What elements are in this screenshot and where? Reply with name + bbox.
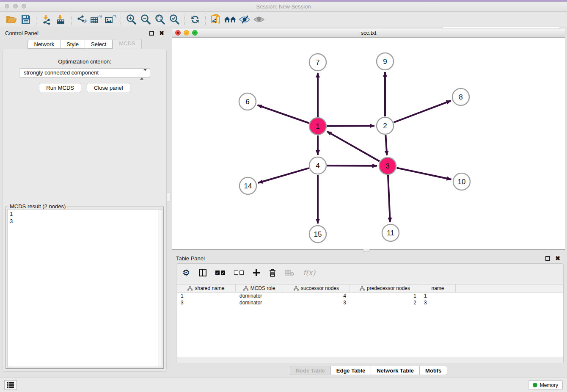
close-panel-icon[interactable]: ✖ bbox=[159, 30, 164, 36]
cell-MCDS-role[interactable]: dominator bbox=[236, 299, 283, 306]
table-row[interactable]: 3dominator323 bbox=[177, 299, 563, 306]
edge-1-6[interactable] bbox=[258, 105, 309, 123]
memory-button[interactable]: Memory bbox=[528, 380, 563, 390]
float-panel-icon[interactable] bbox=[149, 31, 154, 36]
tab-motifs[interactable]: Motifs bbox=[420, 366, 447, 375]
cell-name[interactable]: 3 bbox=[420, 299, 456, 306]
node-label-11: 11 bbox=[387, 229, 394, 237]
cell-successor-nodes[interactable]: 4 bbox=[283, 293, 350, 299]
refresh-icon[interactable] bbox=[188, 13, 202, 26]
open-file-icon[interactable] bbox=[4, 13, 19, 26]
network-minimize-button[interactable]: − bbox=[184, 30, 189, 36]
zoom-in-icon[interactable] bbox=[124, 13, 138, 26]
edge-2-8[interactable] bbox=[394, 101, 451, 122]
save-session-icon[interactable] bbox=[19, 13, 33, 26]
column-label: successor nodes bbox=[301, 285, 339, 291]
edge-4-3[interactable] bbox=[327, 166, 377, 166]
tab-style[interactable]: Style bbox=[61, 40, 85, 49]
edge-3-10[interactable] bbox=[397, 168, 451, 179]
hierarchy-sort-icon[interactable] bbox=[360, 286, 365, 291]
export-network-icon[interactable] bbox=[74, 13, 89, 26]
column-header-MCDS-role[interactable]: MCDS role bbox=[236, 284, 283, 292]
first-neighbors-icon[interactable] bbox=[223, 13, 237, 26]
close-panel-button[interactable]: Close panel bbox=[87, 83, 130, 92]
result-scrollbar[interactable] bbox=[158, 210, 162, 367]
edge-3-1[interactable] bbox=[327, 131, 380, 161]
edge-2-3[interactable] bbox=[385, 135, 387, 155]
control-panel-tabs: NetworkStyleSelectMCDS bbox=[0, 39, 169, 49]
toolbar-separator bbox=[205, 14, 206, 25]
network-close-button[interactable]: ✕ bbox=[175, 30, 181, 36]
cell-MCDS-role[interactable]: dominator bbox=[236, 293, 283, 299]
node-table-container: ⚙ ✓✓ f(x) shared nameMCDS rolesuccessor … bbox=[176, 263, 564, 363]
hierarchy-sort-icon[interactable] bbox=[187, 286, 193, 291]
import-network-icon[interactable] bbox=[39, 13, 54, 26]
export-table-icon[interactable] bbox=[89, 13, 103, 26]
tab-network[interactable]: Network bbox=[28, 40, 61, 49]
control-panel-title: Control Panel bbox=[5, 30, 39, 36]
hierarchy-sort-icon[interactable] bbox=[243, 286, 248, 291]
run-mcds-button[interactable]: Run MCDS bbox=[39, 83, 81, 92]
column-header-filler bbox=[456, 284, 563, 292]
tab-network-table[interactable]: Network Table bbox=[371, 366, 420, 375]
duplicate-network-icon[interactable] bbox=[209, 13, 223, 26]
add-column-icon[interactable] bbox=[253, 269, 260, 276]
network-window-titlebar[interactable]: ✕ − + scc.txt bbox=[172, 28, 565, 38]
edge-4-14[interactable] bbox=[258, 168, 309, 183]
function-builder-icon[interactable]: f(x) bbox=[303, 268, 315, 277]
cell-shared-name[interactable]: 3 bbox=[177, 299, 236, 306]
vertical-splitter-handle[interactable] bbox=[167, 193, 171, 202]
table-row[interactable]: 1dominator411 bbox=[177, 293, 563, 299]
unselect-all-columns-icon[interactable] bbox=[234, 271, 244, 275]
hide-selected-icon[interactable] bbox=[237, 13, 252, 26]
zoom-out-icon[interactable] bbox=[138, 13, 153, 26]
network-graph[interactable]: 7968124314101511 bbox=[172, 38, 565, 249]
table-options-gear-icon[interactable]: ⚙ bbox=[182, 268, 190, 278]
tab-edge-table[interactable]: Edge Table bbox=[331, 366, 371, 375]
mcds-result-text[interactable]: 1 3 bbox=[7, 209, 162, 367]
column-header-name[interactable]: name bbox=[420, 284, 456, 292]
task-list-icon bbox=[7, 382, 14, 388]
cell-shared-name[interactable]: 1 bbox=[177, 293, 236, 299]
control-panel: Control Panel ✖ NetworkStyleSelectMCDS O… bbox=[0, 27, 169, 378]
control-panel-header: Control Panel ✖ bbox=[0, 27, 169, 39]
edge-3-11[interactable] bbox=[388, 175, 390, 222]
tab-mcds[interactable]: MCDS bbox=[113, 39, 141, 49]
float-table-panel-icon[interactable] bbox=[545, 256, 550, 261]
tab-select[interactable]: Select bbox=[85, 40, 113, 49]
select-all-columns-icon[interactable]: ✓✓ bbox=[215, 271, 225, 275]
export-image-icon[interactable] bbox=[103, 13, 118, 26]
zoom-selected-icon[interactable] bbox=[167, 13, 182, 26]
mcds-result-group: MCDS result (2 nodes) 1 3 bbox=[6, 207, 164, 369]
import-table-icon[interactable] bbox=[54, 13, 68, 26]
cell-predecessor-nodes[interactable]: 1 bbox=[350, 293, 420, 299]
edge-1-2[interactable] bbox=[327, 126, 374, 126]
optimization-criterion-select[interactable]: strongly connected component bbox=[19, 68, 150, 77]
select-stepper-icon bbox=[140, 70, 147, 79]
column-header-shared-name[interactable]: shared name bbox=[177, 284, 236, 292]
table-panel-tabs: Node TableEdge TableNetwork TableMotifs bbox=[172, 366, 565, 375]
delete-column-icon[interactable] bbox=[269, 269, 276, 277]
close-table-panel-icon[interactable]: ✖ bbox=[555, 255, 560, 261]
graph-edges[interactable] bbox=[258, 72, 451, 224]
toolbar-separator bbox=[121, 14, 121, 25]
zoom-fit-icon[interactable] bbox=[153, 13, 167, 26]
table-toolbar: ⚙ ✓✓ f(x) bbox=[176, 264, 563, 282]
node-label-8: 8 bbox=[459, 93, 462, 101]
cell-name[interactable]: 1 bbox=[420, 293, 456, 299]
show-column-panel-icon[interactable] bbox=[199, 269, 206, 276]
cell-predecessor-nodes[interactable]: 2 bbox=[350, 299, 420, 306]
show-all-icon[interactable] bbox=[252, 13, 266, 26]
tab-node-table[interactable]: Node Table bbox=[290, 366, 331, 375]
horizontal-splitter-handle[interactable] bbox=[363, 249, 370, 252]
column-header-successor-nodes[interactable]: successor nodes bbox=[283, 284, 350, 292]
table-header-row: shared nameMCDS rolesuccessor nodesprede… bbox=[177, 284, 563, 293]
column-header-predecessor-nodes[interactable]: predecessor nodes bbox=[350, 284, 420, 292]
task-history-button[interactable] bbox=[4, 380, 17, 390]
toolbar-separator bbox=[184, 14, 185, 25]
cell-successor-nodes[interactable]: 3 bbox=[283, 299, 350, 306]
window-title: Session: New Session bbox=[0, 3, 567, 10]
hierarchy-sort-icon[interactable] bbox=[294, 286, 299, 291]
delete-table-icon[interactable] bbox=[285, 270, 294, 276]
network-maximize-button[interactable]: + bbox=[192, 30, 198, 36]
